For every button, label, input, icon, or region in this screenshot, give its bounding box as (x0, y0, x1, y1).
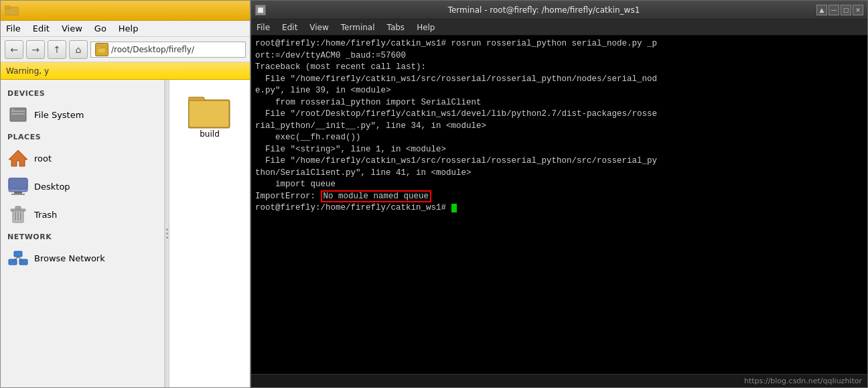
svg-rect-12 (11, 194, 25, 195)
build-folder-label: build (200, 129, 220, 139)
term-window-buttons: ▲ — □ ✕ (816, 5, 863, 15)
folder-item-build[interactable]: build (183, 93, 236, 139)
fm-menubar: File Edit View Go Help (1, 21, 250, 37)
network-icon (7, 247, 29, 269)
address-text: /root/Desktop/firefly/ (111, 45, 194, 54)
svg-rect-10 (9, 178, 27, 189)
term-line: root@firefly:/home/firefly/catkin_ws1# r… (255, 38, 863, 50)
browse-network-label: Browse Network (34, 253, 105, 263)
term-menu-tabs[interactable]: Tabs (384, 21, 408, 34)
svg-rect-1 (5, 5, 10, 8)
term-menu-help[interactable]: Help (414, 21, 437, 34)
term-maximize-btn[interactable]: □ (841, 5, 851, 15)
build-folder-icon (188, 93, 231, 129)
term-line: exec(__fh.read()) (255, 132, 863, 144)
term-menu-terminal[interactable]: Terminal (338, 21, 378, 34)
term-menu-edit[interactable]: Edit (279, 21, 300, 34)
fm-warning-text: Warning, y (6, 66, 49, 76)
network-section-header: NETWORK (1, 229, 164, 244)
sidebar-item-browse-network[interactable]: Browse Network (1, 244, 164, 272)
fm-main-area: DEVICES File System PLACES (1, 80, 250, 387)
svg-rect-3 (97, 46, 100, 48)
fm-sidebar: DEVICES File System PLACES (1, 80, 165, 387)
fm-menu-edit[interactable]: Edit (30, 22, 52, 35)
term-line: e.py", line 39, in <module> (255, 85, 863, 97)
sidebar-item-root[interactable]: root (1, 144, 164, 172)
term-line: ImportError: No module named queue (255, 191, 863, 203)
fm-titlebar (1, 1, 250, 21)
term-prev-btn[interactable]: ▲ (816, 5, 827, 15)
term-content[interactable]: root@firefly:/home/firefly/catkin_ws1# r… (251, 36, 867, 374)
term-menubar: File Edit View Terminal Tabs Help (251, 19, 867, 36)
error-highlight: No module named queue (321, 190, 432, 202)
address-bar[interactable]: /root/Desktop/firefly/ (90, 42, 246, 58)
svg-rect-26 (189, 101, 229, 127)
fm-menu-go[interactable]: Go (92, 22, 109, 35)
fm-menu-file[interactable]: File (3, 22, 23, 35)
svg-rect-21 (14, 251, 22, 257)
address-folder-icon (95, 43, 108, 56)
desktop-label: Desktop (34, 182, 70, 192)
forward-button[interactable]: → (26, 40, 45, 59)
sidebar-item-desktop[interactable]: Desktop (1, 172, 164, 200)
root-home-icon (7, 147, 29, 169)
svg-rect-2 (97, 48, 106, 53)
desktop-icon (7, 176, 29, 197)
term-titlebar: ■ Terminal - root@firefly: /home/firefly… (251, 1, 867, 19)
svg-rect-15 (15, 206, 21, 209)
term-minimize-btn[interactable]: — (828, 5, 839, 15)
term-line: thon/SerialClient.py", line 41, in <modu… (255, 168, 863, 180)
trash-icon (7, 204, 29, 225)
svg-point-7 (12, 109, 14, 111)
term-line: File "/root/Desktop/firefly/catkin_ws1/d… (255, 109, 863, 121)
cursor (451, 204, 457, 212)
svg-marker-8 (9, 150, 27, 166)
places-section-header: PLACES (1, 129, 164, 144)
term-title-text: Terminal - root@firefly: /home/firefly/c… (271, 5, 816, 15)
term-footer-url: https://blog.csdn.net/qqliuzhitor (744, 377, 862, 385)
root-label: root (34, 153, 52, 164)
up-button[interactable]: ↑ (48, 40, 66, 59)
term-close-btn[interactable]: ✕ (853, 5, 863, 15)
term-line: root@firefly:/home/firefly/catkin_ws1# (255, 202, 863, 214)
file-system-icon (7, 104, 29, 125)
term-footer: https://blog.csdn.net/qqliuzhitor (251, 374, 867, 387)
devices-section-header: DEVICES (1, 85, 164, 101)
sidebar-item-file-system[interactable]: File System (1, 101, 164, 129)
home-button[interactable]: ⌂ (69, 40, 88, 59)
term-line: Traceback (most recent call last): (255, 62, 863, 74)
svg-rect-5 (11, 111, 25, 112)
term-menu-view[interactable]: View (307, 21, 331, 34)
term-line: File "<string>", line 1, in <module> (255, 144, 863, 156)
fm-menu-help[interactable]: Help (116, 22, 141, 35)
term-line: import queue (255, 179, 863, 191)
svg-rect-11 (14, 192, 22, 194)
trash-label: Trash (34, 210, 57, 220)
fm-content-area: build (169, 80, 250, 387)
svg-rect-6 (11, 113, 25, 115)
fm-menu-view[interactable]: View (59, 22, 85, 35)
term-line: ort:=/dev/ttyACM0 _baud:=57600 (255, 50, 863, 62)
term-line: File "/home/firefly/catkin_ws1/src/rosse… (255, 155, 863, 168)
term-menu-file[interactable]: File (254, 21, 273, 34)
term-line: rial_python/__init__.py", line 34, in <m… (255, 121, 863, 133)
fm-warning-bar: Warning, y (1, 62, 250, 80)
fm-folder-icon (5, 5, 19, 17)
fm-toolbar: ← → ↑ ⌂ /root/Desktop/firefly/ (1, 37, 250, 62)
sidebar-item-trash[interactable]: Trash (1, 200, 164, 229)
back-button[interactable]: ← (5, 40, 23, 59)
file-manager: File Edit View Go Help ← → ↑ ⌂ /root/Des… (0, 0, 250, 388)
term-line: from rosserial_python import SerialClien… (255, 97, 863, 109)
terminal-window: ■ Terminal - root@firefly: /home/firefly… (250, 0, 868, 388)
term-title-icon: ■ (255, 5, 266, 15)
term-line: File "/home/firefly/catkin_ws1/src/rosse… (255, 74, 863, 86)
file-system-label: File System (34, 110, 84, 120)
sidebar-resize-handle[interactable] (165, 80, 169, 387)
